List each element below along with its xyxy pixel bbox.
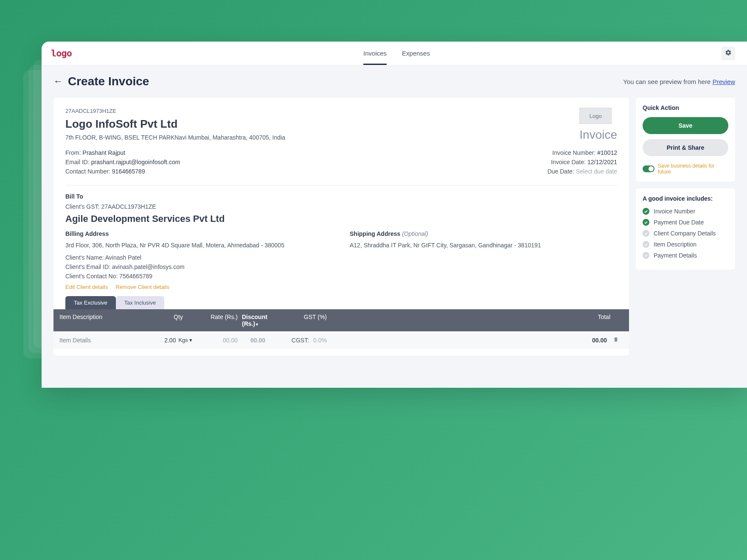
company-gst: 27AADCL1973H1ZE — [65, 108, 285, 114]
header-total: Total — [327, 314, 623, 327]
divider — [65, 185, 617, 185]
checklist-card: A good invoice includes: Invoice NumberP… — [636, 188, 735, 270]
checklist-item-label: Client Company Details — [654, 230, 716, 237]
bill-to-title: Bill To — [65, 193, 617, 200]
checklist-title: A good invoice includes: — [643, 195, 728, 202]
shipping-optional: (Optional) — [402, 230, 428, 237]
checklist-item: Payment Details — [643, 252, 728, 259]
checklist: Invoice NumberPayment Due DateClient Com… — [643, 208, 728, 259]
from-name: Prashant Rajput — [83, 149, 125, 156]
tax-exclusive-tab[interactable]: Tax Exclusive — [65, 296, 116, 309]
header-qty: Qty — [161, 314, 195, 327]
check-pending-icon — [643, 241, 649, 248]
header-discount[interactable]: Discount (Rs.)▾ — [238, 314, 284, 327]
nav-tabs: Invoices Expenses — [363, 42, 430, 65]
checklist-item-label: Invoice Number — [654, 208, 695, 215]
chevron-down-icon: ▾ — [189, 337, 192, 343]
invoice-meta: Invoice Number:#10012 Invoice Date:12/12… — [548, 149, 617, 177]
checklist-item-label: Item Description — [654, 241, 696, 248]
client-gst: 27AADCL1973H1ZE — [101, 203, 156, 210]
invoice-number-label: Invoice Number: — [552, 149, 595, 156]
app-window: logo Invoices Expenses ← Create Invoice … — [42, 42, 747, 388]
item-desc-input[interactable]: Item Details — [59, 337, 161, 344]
gst-type-label: CGST: — [292, 337, 309, 344]
page-title: Create Invoice — [68, 75, 149, 88]
header-rate: Rate (Rs.) — [195, 314, 238, 327]
invoice-form-card: 27AADCL1973H1ZE Logo InfoSoft Pvt Ltd 7t… — [53, 98, 629, 356]
topbar: logo Invoices Expenses — [42, 42, 747, 65]
from-email: prashant.rajput@logoinfosoft.com — [91, 159, 180, 165]
company-name: Logo InfoSoft Pvt Ltd — [65, 118, 285, 131]
save-details-toggle[interactable] — [643, 165, 654, 172]
client-phone-label: Client's Contact No: — [65, 273, 118, 280]
client-email: avinash.patel@infosys.com — [112, 263, 185, 270]
checklist-item: Client Company Details — [643, 230, 728, 237]
save-button[interactable]: Save — [643, 117, 728, 134]
preview-prefix: You can see preview from here — [623, 78, 710, 85]
client-email-label: Client's Email ID: — [65, 263, 110, 270]
invoice-date-label: Invoice Date: — [551, 159, 586, 165]
logo-upload-box[interactable]: Logo — [579, 108, 612, 124]
checklist-item: Payment Due Date — [643, 219, 728, 226]
from-contact: 9164665789 — [112, 168, 145, 175]
checklist-item: Invoice Number — [643, 208, 728, 215]
quick-action-title: Quick Action — [643, 104, 728, 111]
check-pending-icon — [643, 230, 649, 237]
preview-hint: You can see preview from here Preview — [623, 78, 735, 85]
checklist-item-label: Payment Due Date — [654, 219, 704, 226]
trash-icon[interactable] — [613, 336, 619, 344]
invoice-date: 12/12/2021 — [587, 159, 617, 165]
billing-address-title: Billing Address — [65, 230, 333, 237]
check-done-icon — [643, 219, 649, 226]
due-date-input[interactable]: Select due date — [576, 168, 617, 175]
gear-icon — [725, 49, 732, 58]
shipping-address-text: A12, Shraddha IT Park, Nr GIFT City, Sar… — [350, 241, 617, 250]
toggle-label: Save business details for future — [658, 163, 728, 175]
tab-invoices[interactable]: Invoices — [363, 42, 387, 65]
print-share-button[interactable]: Print & Share — [643, 139, 728, 156]
tab-expenses[interactable]: Expenses — [402, 42, 430, 65]
page-head: ← Create Invoice You can see preview fro… — [53, 75, 735, 88]
item-total: 00.00 — [592, 337, 607, 344]
back-arrow-icon[interactable]: ← — [53, 76, 63, 87]
settings-button[interactable] — [722, 47, 735, 60]
preview-link[interactable]: Preview — [713, 78, 735, 85]
email-label: Email ID: — [65, 159, 90, 165]
unit-select[interactable]: Kgs ▾ — [178, 337, 192, 343]
due-date-label: Due Date: — [548, 168, 574, 175]
client-phone: 7564665789 — [119, 273, 152, 280]
contact-label: Contact Number: — [65, 168, 110, 175]
checklist-item: Item Description — [643, 241, 728, 248]
items-table-header: Item Description Qty Rate (Rs.) Discount… — [53, 309, 629, 331]
invoice-number: #10012 — [597, 149, 617, 156]
check-pending-icon — [643, 252, 649, 259]
checklist-item-label: Payment Details — [654, 252, 697, 259]
remove-client-link[interactable]: Remove Client details — [115, 284, 169, 290]
header-desc: Item Description — [59, 314, 161, 327]
shipping-address-title: Shipping Address — [350, 230, 400, 237]
client-company-name: Agile Development Services Pvt Ltd — [65, 213, 617, 224]
client-gst-label: Client's GST: — [65, 203, 99, 210]
table-row: Item Details 2.00 Kgs ▾ 00.00 00.00 CGST… — [53, 331, 629, 349]
gst-value-input[interactable]: 0.0% — [313, 337, 327, 344]
edit-client-link[interactable]: Edit Client details — [65, 284, 108, 290]
check-done-icon — [643, 208, 649, 215]
brand-logo: logo — [51, 48, 72, 59]
invoice-heading: Invoice — [579, 128, 617, 142]
quick-action-card: Quick Action Save Print & Share Save bus… — [636, 98, 735, 182]
billing-address-text: 3rd Floor, 306, North Plaza, Nr PVR 4D S… — [65, 241, 333, 250]
page-body: ← Create Invoice You can see preview fro… — [42, 65, 747, 388]
chevron-down-icon: ▾ — [256, 322, 258, 327]
item-rate-input[interactable]: 00.00 — [195, 337, 238, 344]
tax-inclusive-tab[interactable]: Tax Inclusive — [116, 296, 164, 309]
client-name: Avinash Patel — [105, 254, 141, 261]
header-gst: GST (%) — [284, 314, 327, 327]
from-label: From: — [65, 149, 81, 156]
company-address: 7th FLOOR, B-WING, BSEL TECH PARKNavi Mu… — [65, 134, 285, 141]
item-qty-input[interactable]: 2.00 — [164, 337, 176, 344]
client-name-label: Client's Name: — [65, 254, 104, 261]
from-block: From:Prashant Rajput Email ID:prashant.r… — [65, 149, 180, 177]
item-discount-input[interactable]: 00.00 — [238, 337, 284, 344]
